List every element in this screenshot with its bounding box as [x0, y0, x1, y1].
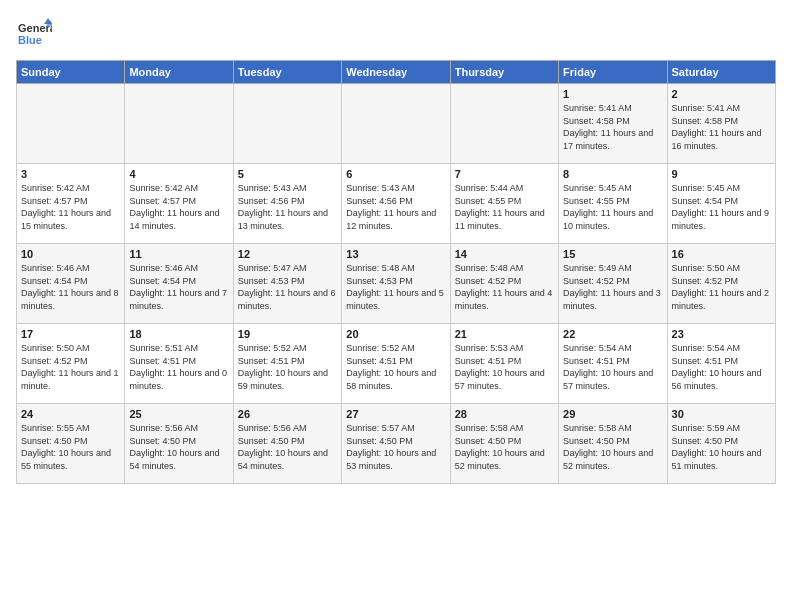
weekday-header: Thursday: [450, 61, 558, 84]
day-number: 18: [129, 328, 228, 340]
day-number: 12: [238, 248, 337, 260]
calendar-cell: 1Sunrise: 5:41 AM Sunset: 4:58 PM Daylig…: [559, 84, 667, 164]
cell-info: Sunrise: 5:41 AM Sunset: 4:58 PM Dayligh…: [563, 102, 662, 152]
logo-icon: General Blue: [16, 16, 52, 52]
calendar-cell: 15Sunrise: 5:49 AM Sunset: 4:52 PM Dayli…: [559, 244, 667, 324]
calendar-cell: 24Sunrise: 5:55 AM Sunset: 4:50 PM Dayli…: [17, 404, 125, 484]
cell-info: Sunrise: 5:46 AM Sunset: 4:54 PM Dayligh…: [129, 262, 228, 312]
day-number: 22: [563, 328, 662, 340]
calendar-cell: 23Sunrise: 5:54 AM Sunset: 4:51 PM Dayli…: [667, 324, 775, 404]
cell-info: Sunrise: 5:45 AM Sunset: 4:55 PM Dayligh…: [563, 182, 662, 232]
day-number: 13: [346, 248, 445, 260]
day-number: 29: [563, 408, 662, 420]
day-number: 6: [346, 168, 445, 180]
calendar-cell: [233, 84, 341, 164]
cell-info: Sunrise: 5:59 AM Sunset: 4:50 PM Dayligh…: [672, 422, 771, 472]
day-number: 19: [238, 328, 337, 340]
calendar-cell: 6Sunrise: 5:43 AM Sunset: 4:56 PM Daylig…: [342, 164, 450, 244]
cell-info: Sunrise: 5:41 AM Sunset: 4:58 PM Dayligh…: [672, 102, 771, 152]
day-number: 5: [238, 168, 337, 180]
calendar-cell: 17Sunrise: 5:50 AM Sunset: 4:52 PM Dayli…: [17, 324, 125, 404]
day-number: 25: [129, 408, 228, 420]
day-number: 9: [672, 168, 771, 180]
cell-info: Sunrise: 5:50 AM Sunset: 4:52 PM Dayligh…: [672, 262, 771, 312]
calendar-cell: 10Sunrise: 5:46 AM Sunset: 4:54 PM Dayli…: [17, 244, 125, 324]
day-number: 24: [21, 408, 120, 420]
day-number: 11: [129, 248, 228, 260]
cell-info: Sunrise: 5:47 AM Sunset: 4:53 PM Dayligh…: [238, 262, 337, 312]
calendar-cell: 19Sunrise: 5:52 AM Sunset: 4:51 PM Dayli…: [233, 324, 341, 404]
cell-info: Sunrise: 5:48 AM Sunset: 4:52 PM Dayligh…: [455, 262, 554, 312]
calendar-cell: 25Sunrise: 5:56 AM Sunset: 4:50 PM Dayli…: [125, 404, 233, 484]
cell-info: Sunrise: 5:42 AM Sunset: 4:57 PM Dayligh…: [129, 182, 228, 232]
day-number: 2: [672, 88, 771, 100]
weekday-header: Sunday: [17, 61, 125, 84]
calendar-cell: 16Sunrise: 5:50 AM Sunset: 4:52 PM Dayli…: [667, 244, 775, 324]
calendar-week-row: 1Sunrise: 5:41 AM Sunset: 4:58 PM Daylig…: [17, 84, 776, 164]
day-number: 1: [563, 88, 662, 100]
calendar-cell: 29Sunrise: 5:58 AM Sunset: 4:50 PM Dayli…: [559, 404, 667, 484]
calendar-cell: 28Sunrise: 5:58 AM Sunset: 4:50 PM Dayli…: [450, 404, 558, 484]
cell-info: Sunrise: 5:42 AM Sunset: 4:57 PM Dayligh…: [21, 182, 120, 232]
calendar-week-row: 3Sunrise: 5:42 AM Sunset: 4:57 PM Daylig…: [17, 164, 776, 244]
page-header: General Blue: [16, 16, 776, 52]
calendar-week-row: 10Sunrise: 5:46 AM Sunset: 4:54 PM Dayli…: [17, 244, 776, 324]
calendar-cell: 12Sunrise: 5:47 AM Sunset: 4:53 PM Dayli…: [233, 244, 341, 324]
day-number: 20: [346, 328, 445, 340]
day-number: 17: [21, 328, 120, 340]
calendar-week-row: 24Sunrise: 5:55 AM Sunset: 4:50 PM Dayli…: [17, 404, 776, 484]
calendar-cell: 2Sunrise: 5:41 AM Sunset: 4:58 PM Daylig…: [667, 84, 775, 164]
calendar-cell: 21Sunrise: 5:53 AM Sunset: 4:51 PM Dayli…: [450, 324, 558, 404]
day-number: 28: [455, 408, 554, 420]
cell-info: Sunrise: 5:54 AM Sunset: 4:51 PM Dayligh…: [672, 342, 771, 392]
cell-info: Sunrise: 5:43 AM Sunset: 4:56 PM Dayligh…: [346, 182, 445, 232]
day-number: 8: [563, 168, 662, 180]
calendar-table: SundayMondayTuesdayWednesdayThursdayFrid…: [16, 60, 776, 484]
calendar-cell: 8Sunrise: 5:45 AM Sunset: 4:55 PM Daylig…: [559, 164, 667, 244]
weekday-header: Saturday: [667, 61, 775, 84]
calendar-cell: 11Sunrise: 5:46 AM Sunset: 4:54 PM Dayli…: [125, 244, 233, 324]
cell-info: Sunrise: 5:45 AM Sunset: 4:54 PM Dayligh…: [672, 182, 771, 232]
cell-info: Sunrise: 5:53 AM Sunset: 4:51 PM Dayligh…: [455, 342, 554, 392]
cell-info: Sunrise: 5:58 AM Sunset: 4:50 PM Dayligh…: [563, 422, 662, 472]
cell-info: Sunrise: 5:43 AM Sunset: 4:56 PM Dayligh…: [238, 182, 337, 232]
cell-info: Sunrise: 5:58 AM Sunset: 4:50 PM Dayligh…: [455, 422, 554, 472]
cell-info: Sunrise: 5:54 AM Sunset: 4:51 PM Dayligh…: [563, 342, 662, 392]
calendar-week-row: 17Sunrise: 5:50 AM Sunset: 4:52 PM Dayli…: [17, 324, 776, 404]
calendar-cell: 26Sunrise: 5:56 AM Sunset: 4:50 PM Dayli…: [233, 404, 341, 484]
cell-info: Sunrise: 5:52 AM Sunset: 4:51 PM Dayligh…: [346, 342, 445, 392]
calendar-cell: [125, 84, 233, 164]
day-number: 3: [21, 168, 120, 180]
cell-info: Sunrise: 5:55 AM Sunset: 4:50 PM Dayligh…: [21, 422, 120, 472]
cell-info: Sunrise: 5:50 AM Sunset: 4:52 PM Dayligh…: [21, 342, 120, 392]
cell-info: Sunrise: 5:52 AM Sunset: 4:51 PM Dayligh…: [238, 342, 337, 392]
day-number: 30: [672, 408, 771, 420]
weekday-header: Wednesday: [342, 61, 450, 84]
weekday-header: Friday: [559, 61, 667, 84]
cell-info: Sunrise: 5:56 AM Sunset: 4:50 PM Dayligh…: [238, 422, 337, 472]
calendar-cell: 20Sunrise: 5:52 AM Sunset: 4:51 PM Dayli…: [342, 324, 450, 404]
calendar-cell: 9Sunrise: 5:45 AM Sunset: 4:54 PM Daylig…: [667, 164, 775, 244]
calendar-cell: [17, 84, 125, 164]
day-number: 15: [563, 248, 662, 260]
calendar-cell: 4Sunrise: 5:42 AM Sunset: 4:57 PM Daylig…: [125, 164, 233, 244]
calendar-cell: 3Sunrise: 5:42 AM Sunset: 4:57 PM Daylig…: [17, 164, 125, 244]
day-number: 16: [672, 248, 771, 260]
cell-info: Sunrise: 5:51 AM Sunset: 4:51 PM Dayligh…: [129, 342, 228, 392]
calendar-cell: 30Sunrise: 5:59 AM Sunset: 4:50 PM Dayli…: [667, 404, 775, 484]
calendar-cell: [450, 84, 558, 164]
calendar-cell: 14Sunrise: 5:48 AM Sunset: 4:52 PM Dayli…: [450, 244, 558, 324]
cell-info: Sunrise: 5:49 AM Sunset: 4:52 PM Dayligh…: [563, 262, 662, 312]
calendar-cell: 22Sunrise: 5:54 AM Sunset: 4:51 PM Dayli…: [559, 324, 667, 404]
day-number: 4: [129, 168, 228, 180]
calendar-cell: [342, 84, 450, 164]
weekday-header: Tuesday: [233, 61, 341, 84]
svg-text:Blue: Blue: [18, 34, 42, 46]
calendar-cell: 13Sunrise: 5:48 AM Sunset: 4:53 PM Dayli…: [342, 244, 450, 324]
weekday-header: Monday: [125, 61, 233, 84]
cell-info: Sunrise: 5:57 AM Sunset: 4:50 PM Dayligh…: [346, 422, 445, 472]
logo: General Blue: [16, 16, 52, 52]
day-number: 21: [455, 328, 554, 340]
day-number: 10: [21, 248, 120, 260]
cell-info: Sunrise: 5:44 AM Sunset: 4:55 PM Dayligh…: [455, 182, 554, 232]
